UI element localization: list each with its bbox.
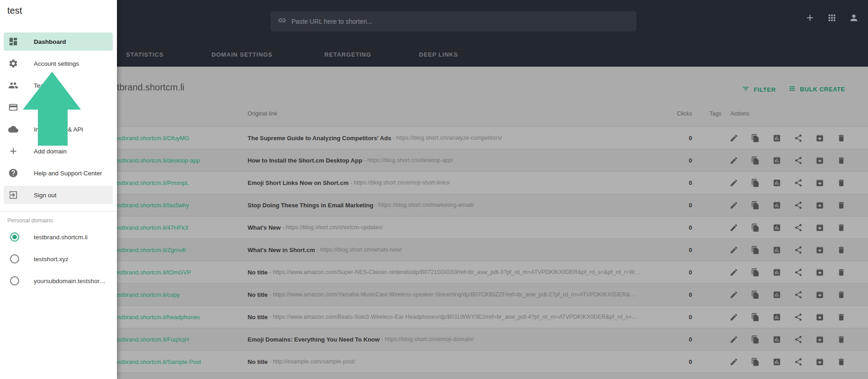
link-url[interactable]: https://www.amazon.com/Yamaha-MusicCast-… — [273, 291, 635, 298]
short-link[interactable]: testbrand.shortcm.li/desktop-app — [114, 149, 200, 171]
delete-icon[interactable] — [837, 268, 846, 277]
link-url[interactable]: http://example.com/sample-post/ — [273, 358, 355, 365]
share-icon[interactable] — [794, 134, 803, 142]
link-url[interactable]: https://blog.short.cm/emoji-short-links/ — [354, 179, 450, 186]
archive-icon[interactable] — [815, 156, 824, 165]
edit-icon[interactable] — [730, 335, 738, 344]
short-link[interactable]: testbrand.shortcm.li/47HFk3 — [114, 216, 188, 238]
statistics-icon[interactable] — [773, 223, 781, 232]
edit-icon[interactable] — [730, 201, 738, 210]
domain-item[interactable]: testbrand.shortcm.li — [0, 226, 117, 248]
archive-icon[interactable] — [815, 223, 824, 232]
sidebar-item-help-and-support-center[interactable]: Help and Support Center — [0, 162, 117, 184]
archive-icon[interactable] — [815, 246, 824, 254]
tab-domain-settings[interactable]: DOMAIN SETTINGS — [212, 51, 272, 58]
delete-icon[interactable] — [837, 358, 846, 366]
duplicate-icon[interactable] — [751, 358, 760, 366]
share-icon[interactable] — [794, 290, 803, 299]
duplicate-icon[interactable] — [751, 313, 760, 321]
link-url[interactable]: https://www.amazon.com/Super-NES-Classic… — [273, 269, 640, 275]
duplicate-icon[interactable] — [751, 179, 760, 187]
plus-icon[interactable] — [805, 13, 815, 23]
sidebar-item-dashboard[interactable]: Dashboard — [0, 31, 117, 53]
duplicate-icon[interactable] — [751, 290, 760, 299]
shorten-url-input[interactable] — [291, 18, 629, 25]
sidebar-item-team[interactable]: Team — [0, 74, 117, 96]
archive-icon[interactable] — [815, 290, 824, 299]
edit-icon[interactable] — [730, 313, 738, 321]
share-icon[interactable] — [794, 313, 803, 321]
short-link[interactable]: testbrand.shortcm.li/tOmGVP — [114, 261, 191, 283]
edit-icon[interactable] — [730, 134, 738, 142]
statistics-icon[interactable] — [773, 179, 781, 187]
domain-item[interactable]: yoursubdomain.testshor… — [0, 270, 117, 292]
share-icon[interactable] — [794, 358, 803, 366]
radio-button[interactable] — [10, 232, 19, 242]
statistics-icon[interactable] — [773, 246, 781, 254]
short-link[interactable]: testbrand.shortcm.li/Sample Post — [114, 351, 201, 373]
statistics-icon[interactable] — [773, 335, 781, 344]
tab-retargeting[interactable]: RETARGETING — [324, 51, 371, 58]
statistics-icon[interactable] — [773, 201, 781, 210]
statistics-icon[interactable] — [773, 156, 781, 165]
archive-icon[interactable] — [815, 358, 824, 366]
edit-icon[interactable] — [730, 246, 738, 254]
short-link[interactable]: testbrand.shortcm.li/ZgrnvK — [114, 239, 186, 261]
duplicate-icon[interactable] — [751, 134, 760, 142]
share-icon[interactable] — [794, 246, 803, 254]
link-url[interactable]: https://blog.short.cm/analyze-competitor… — [396, 135, 502, 141]
link-url[interactable]: https://blog.short.cm/whats-new/ — [320, 247, 402, 253]
short-link[interactable]: testbrand.shortcm.li/PmxnpL — [114, 172, 189, 194]
radio-button[interactable] — [10, 254, 19, 263]
duplicate-icon[interactable] — [751, 223, 760, 232]
domain-item[interactable]: testshort.xyz — [0, 248, 117, 270]
delete-icon[interactable] — [837, 246, 846, 254]
bulk-create-button[interactable]: BULK CREATE — [789, 85, 845, 94]
edit-icon[interactable] — [730, 290, 738, 299]
edit-icon[interactable] — [730, 179, 738, 187]
link-url[interactable]: https://blog.short.cm/emoji-domain/ — [385, 336, 474, 342]
link-url[interactable]: https://blog.short.cm/shortcm-updates/ — [286, 224, 383, 231]
filter-button[interactable]: FILTER — [742, 85, 776, 94]
account-icon[interactable] — [849, 13, 859, 23]
link-url[interactable]: https://www.amazon.com/Beats-Solo3-Wirel… — [273, 314, 637, 320]
share-icon[interactable] — [794, 156, 803, 165]
duplicate-icon[interactable] — [751, 268, 760, 277]
radio-button[interactable] — [10, 276, 19, 285]
short-link[interactable]: testbrand.shortcm.li/FuqXqH — [114, 328, 189, 350]
sidebar-item-sign-out[interactable]: Sign out — [0, 184, 117, 206]
edit-icon[interactable] — [730, 358, 738, 366]
duplicate-icon[interactable] — [751, 335, 760, 344]
duplicate-icon[interactable] — [751, 156, 760, 165]
share-icon[interactable] — [794, 268, 803, 277]
shorten-url-bar[interactable] — [270, 11, 636, 32]
sidebar-item-add-domain[interactable]: Add domain — [0, 140, 117, 162]
statistics-icon[interactable] — [773, 268, 781, 277]
delete-icon[interactable] — [837, 335, 846, 344]
delete-icon[interactable] — [837, 134, 846, 142]
share-icon[interactable] — [794, 335, 803, 344]
archive-icon[interactable] — [815, 335, 824, 344]
delete-icon[interactable] — [837, 201, 846, 210]
short-link[interactable]: testbrand.shortcm.li/fas5why — [114, 194, 189, 216]
sidebar-item-account-settings[interactable]: Account settings — [0, 53, 117, 74]
statistics-icon[interactable] — [773, 290, 781, 299]
delete-icon[interactable] — [837, 313, 846, 321]
delete-icon[interactable] — [837, 156, 846, 165]
archive-icon[interactable] — [815, 179, 824, 187]
short-link[interactable]: testbrand.shortcm.li/copy — [114, 284, 180, 305]
archive-icon[interactable] — [815, 134, 824, 142]
duplicate-icon[interactable] — [751, 201, 760, 210]
archive-icon[interactable] — [815, 268, 824, 277]
sidebar-item-credit-card[interactable] — [0, 96, 117, 118]
duplicate-icon[interactable] — [751, 246, 760, 254]
statistics-icon[interactable] — [773, 358, 781, 366]
edit-icon[interactable] — [730, 223, 738, 232]
share-icon[interactable] — [794, 223, 803, 232]
archive-icon[interactable] — [815, 201, 824, 210]
statistics-icon[interactable] — [773, 313, 781, 321]
link-url[interactable]: https://blog.short.cm/desktop-app/ — [367, 157, 453, 163]
tab-deep-links[interactable]: DEEP LINKS — [419, 51, 458, 58]
apps-grid-icon[interactable] — [827, 13, 837, 23]
short-link[interactable]: testbrand.shortcm.li/OfuyMG — [114, 127, 189, 149]
